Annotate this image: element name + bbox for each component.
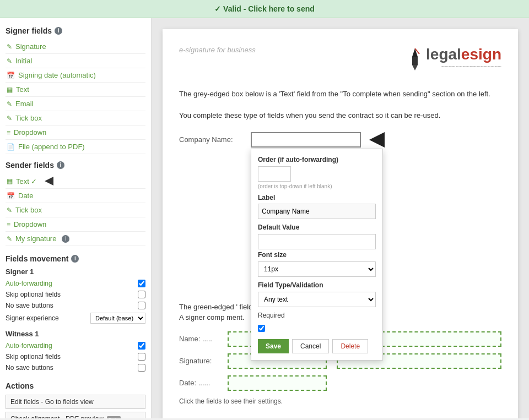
logo-text: legalesign: [426, 46, 501, 63]
fields-movement-section: Fields movement i Signer 1 Auto-forwardi…: [6, 254, 145, 373]
company-name-input[interactable]: [251, 132, 361, 148]
calendar-icon: 📅: [7, 72, 15, 79]
sidebar-item-my-signature[interactable]: ✎ My signature i: [6, 232, 145, 246]
popup-cancel-button[interactable]: Cancel: [292, 339, 329, 353]
fields-movement-info-icon[interactable]: i: [71, 255, 79, 263]
svg-marker-2: [412, 65, 418, 70]
signer1-no-save-checkbox[interactable]: [138, 302, 145, 309]
sidebar-item-signature[interactable]: ✎ Signature: [6, 40, 145, 54]
sidebar-item-initial[interactable]: ✎ Initial: [6, 54, 145, 68]
signer-experience-row: Signer experience Default (base): [6, 311, 145, 325]
popup-required-row: Required: [258, 312, 376, 319]
text-icon: ▦: [7, 86, 13, 94]
sender-date-icon: 📅: [7, 192, 15, 200]
popup-default-value-title: Default Value: [258, 223, 376, 231]
sidebar-item-email[interactable]: ✎ Email: [6, 97, 145, 111]
signer1-auto-forwarding-checkbox[interactable]: [138, 280, 145, 287]
logo-legal: legal: [426, 46, 461, 63]
fields-movement-title: Fields movement i: [6, 254, 145, 263]
sidebar-item-dropdown[interactable]: ≡ Dropdown: [6, 126, 145, 140]
beta-badge: Beta: [107, 416, 121, 418]
text-arrow-indicator: [45, 177, 53, 186]
actions-title: Actions: [6, 381, 145, 390]
tickbox-icon: ✎: [7, 114, 12, 122]
doc-tagline: e-signature for business: [179, 46, 256, 54]
signer1-auto-forwarding: Auto-forwarding: [6, 278, 145, 289]
sender-fields-list: ▦ Text ✓ 📅 Date ✎ Tick box ≡ Dropdown ✎ …: [6, 174, 145, 246]
date-field-label: Date: ......: [179, 379, 223, 387]
svg-rect-1: [412, 57, 418, 65]
popup-save-button[interactable]: Save: [258, 339, 289, 353]
witness1-no-save-checkbox[interactable]: [138, 364, 145, 372]
witness1-auto-forwarding: Auto-forwarding: [6, 340, 145, 351]
company-name-arrow: [369, 132, 385, 148]
witness1-label: Witness 1: [6, 330, 145, 338]
sender-tickbox-icon: ✎: [7, 206, 12, 214]
check-alignment-button[interactable]: Check alignment - PDF preview Beta: [6, 412, 145, 418]
popup-delete-button[interactable]: Delete: [332, 339, 368, 353]
sidebar-item-tickbox[interactable]: ✎ Tick box: [6, 111, 145, 126]
sender-fields-info-icon[interactable]: i: [57, 161, 64, 169]
popup-default-value-input[interactable]: [258, 234, 376, 249]
sidebar-item-signing-date[interactable]: 📅 Signing date (automatic): [6, 68, 145, 83]
signer1-label: Signer 1: [6, 268, 145, 276]
company-name-row: Company Name: Order (if auto-forwarding)…: [179, 132, 501, 148]
actions-section: Actions Edit fields - Go to fields view …: [6, 381, 145, 418]
popup-field-type-title: Field Type/Validation: [258, 281, 376, 289]
popup-field-type-select[interactable]: Any text Number Email Date: [258, 292, 376, 307]
svg-marker-0: [412, 48, 418, 57]
valid-bar[interactable]: ✓ Valid - Click here to send: [0, 0, 529, 18]
signature-icon: ✎: [7, 43, 12, 51]
company-name-label: Company Name:: [179, 135, 251, 144]
witness1-skip-optional-checkbox[interactable]: [138, 353, 145, 361]
initial-icon: ✎: [7, 57, 12, 65]
click-hint: Click the fields to see their settings.: [179, 397, 501, 405]
signer-fields-list: ✎ Signature ✎ Initial 📅 Signing date (au…: [6, 40, 145, 154]
signature-field-label: Signature:: [179, 357, 223, 365]
witness1-auto-forwarding-checkbox[interactable]: [138, 342, 145, 350]
signer1-no-save: No save buttons: [6, 300, 145, 311]
popup-required-checkbox[interactable]: [258, 325, 265, 332]
popup-font-size-title: Font size: [258, 251, 376, 259]
field-settings-popup: Order (if auto-forwarding) (order is top…: [251, 149, 383, 361]
sidebar-item-sender-text[interactable]: ▦ Text ✓: [6, 174, 145, 189]
date-field-row: Date: ......: [179, 375, 501, 391]
logo-area: legalesign ~~~~~~~~~~~~~~~~~: [407, 46, 501, 72]
popup-order-hint: (order is top-down if left blank): [258, 183, 376, 189]
doc-header: e-signature for business: [179, 46, 501, 72]
document-area: e-signature for business: [163, 29, 518, 418]
my-signature-info-icon[interactable]: i: [62, 235, 69, 243]
sidebar-item-text[interactable]: ▦ Text: [6, 83, 145, 97]
witness1-no-save: No save buttons: [6, 362, 145, 373]
sidebar-item-sender-tickbox[interactable]: ✎ Tick box: [6, 203, 145, 217]
signer1-skip-optional: Skip optional fields: [6, 289, 145, 300]
popup-font-size-select[interactable]: 11px 12px 14px 16px: [258, 261, 376, 277]
sidebar-item-file[interactable]: 📄 File (append to PDF): [6, 140, 145, 154]
sender-dropdown-icon: ≡: [7, 221, 10, 228]
date-dotted-field[interactable]: [228, 375, 327, 391]
sender-fields-title: Sender fields i: [6, 161, 145, 170]
signer-fields-info-icon[interactable]: i: [55, 27, 62, 35]
email-icon: ✎: [7, 100, 12, 108]
signer1-skip-optional-checkbox[interactable]: [138, 291, 145, 298]
popup-order-input[interactable]: [258, 166, 291, 182]
file-icon: 📄: [7, 143, 15, 151]
sender-text-icon: ▦: [7, 177, 13, 185]
edit-fields-button[interactable]: Edit fields - Go to fields view: [6, 395, 145, 409]
signer-fields-title: Signer fields i: [6, 26, 145, 35]
popup-required-label: Required: [258, 312, 285, 319]
sidebar-item-sender-date[interactable]: 📅 Date: [6, 189, 145, 203]
sidebar-item-sender-dropdown[interactable]: ≡ Dropdown: [6, 217, 145, 232]
logo-underline: ~~~~~~~~~~~~~~~~~: [426, 63, 501, 70]
name-field-label: Name: .....: [179, 335, 223, 343]
sidebar: Signer fields i ✎ Signature ✎ Initial 📅 …: [0, 18, 152, 418]
popup-actions: Save Cancel Delete: [258, 339, 376, 353]
witness1-skip-optional: Skip optional fields: [6, 351, 145, 362]
dropdown-icon: ≡: [7, 129, 10, 137]
popup-label-input[interactable]: [258, 204, 376, 219]
popup-order-title: Order (if auto-forwarding): [258, 156, 376, 163]
valid-message: ✓ Valid - Click here to send: [214, 4, 315, 13]
signer-experience-select[interactable]: Default (base): [90, 313, 145, 324]
my-signature-icon: ✎: [7, 235, 12, 243]
doc-description1: The grey-edged box below is a 'Text' fie…: [179, 89, 501, 121]
